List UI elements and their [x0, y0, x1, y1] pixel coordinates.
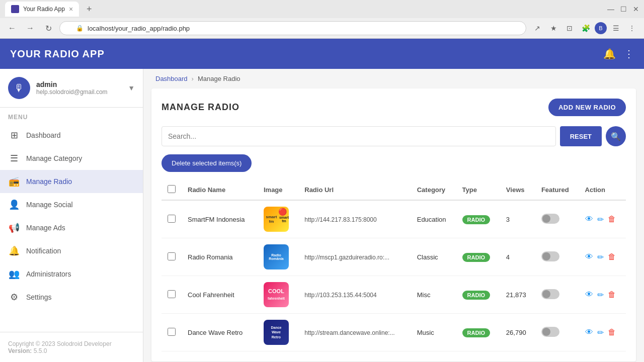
table-row: Dance Wave Retro DanceWaveRetro http://s… — [162, 314, 626, 351]
radio-featured-cell — [535, 314, 579, 351]
radio-action-cell: 👁 ✏ 🗑 — [579, 200, 626, 238]
app-menu-button[interactable]: ⋮ — [624, 48, 634, 60]
header-action: Action — [579, 180, 626, 200]
profile-button[interactable]: B — [595, 22, 607, 34]
radio-category: Misc — [417, 291, 431, 299]
new-tab-button[interactable]: + — [82, 2, 96, 16]
radio-url-cell: http://mscp1.gazduireradio.ro:... — [298, 238, 411, 276]
screensaver-button[interactable]: ⊡ — [562, 21, 577, 35]
forward-button[interactable]: → — [23, 21, 37, 35]
type-badge: RADIO — [462, 328, 490, 337]
edit-button[interactable]: ✏ — [597, 252, 604, 262]
featured-toggle[interactable] — [541, 289, 559, 299]
featured-toggle[interactable] — [541, 327, 559, 337]
view-button[interactable]: 👁 — [585, 328, 593, 337]
sidebar-item-label: Manage Social — [26, 201, 73, 209]
window-restore[interactable]: ☐ — [620, 5, 627, 13]
radio-icon: 📻 — [8, 176, 20, 187]
sidebar-item-administrators[interactable]: 👥 Administrators — [0, 262, 143, 286]
browser-chrome: Your Radio App × + — ☐ ✕ ← → ↻ 🔒 localho… — [0, 0, 644, 39]
select-all-checkbox[interactable] — [168, 185, 176, 193]
reset-button[interactable]: RESET — [560, 126, 602, 146]
radio-image: DanceWaveRetro — [264, 320, 289, 345]
delete-button[interactable]: 🗑 — [608, 252, 616, 261]
row-checkbox[interactable] — [168, 290, 176, 298]
radio-name-cell: Cool Fahrenheit — [182, 276, 258, 314]
featured-toggle[interactable] — [541, 251, 559, 261]
radio-table: Radio Name Image Radio Url Category Type… — [162, 180, 626, 351]
header-views: Views — [500, 180, 535, 200]
table-body: SmartFM Indonesia smartfm 🔴 http://144.2… — [162, 200, 626, 351]
view-button[interactable]: 👁 — [585, 215, 593, 224]
delete-selected-button[interactable]: Delete selected items(s) — [162, 154, 252, 172]
user-avatar: 🎙 — [8, 77, 30, 99]
delete-button[interactable]: 🗑 — [608, 215, 616, 224]
featured-toggle[interactable] — [541, 214, 559, 224]
radio-featured-cell — [535, 276, 579, 314]
sidebar-user[interactable]: 🎙 admin help.solodroid@gmail.com ▼ — [0, 69, 143, 108]
manage-panel: MANAGE RADIO ADD NEW RADIO RESET 🔍 Delet… — [151, 88, 636, 361]
delete-button[interactable]: 🗑 — [608, 328, 616, 337]
tab-title: Your Radio App — [23, 6, 65, 13]
header-featured: Featured — [535, 180, 579, 200]
sync-button[interactable]: ☰ — [609, 21, 623, 35]
breadcrumb-current: Manage Radio — [198, 75, 240, 82]
row-checkbox[interactable] — [168, 252, 176, 260]
sidebar-item-settings[interactable]: ⚙ Settings — [0, 286, 143, 309]
sidebar-item-label: Manage Ads — [26, 224, 65, 232]
search-icon: 🔍 — [611, 132, 621, 141]
radio-image: smartfm 🔴 — [264, 207, 289, 232]
window-minimize[interactable]: — — [607, 5, 614, 13]
sidebar-item-radio[interactable]: 📻 Manage Radio — [0, 170, 143, 193]
radio-views-cell: 21,873 — [500, 276, 535, 314]
radio-featured-cell — [535, 238, 579, 276]
sidebar-item-ads[interactable]: 📢 Manage Ads — [0, 216, 143, 239]
search-input[interactable] — [162, 126, 556, 146]
radio-image: RadioRomânia — [264, 244, 289, 269]
breadcrumb-home[interactable]: Dashboard — [155, 75, 188, 82]
view-button[interactable]: 👁 — [585, 252, 593, 261]
sidebar-item-dashboard[interactable]: ⊞ Dashboard — [0, 124, 143, 147]
reload-button[interactable]: ↻ — [41, 21, 55, 35]
delete-button[interactable]: 🗑 — [608, 290, 616, 299]
row-checkbox[interactable] — [168, 215, 176, 223]
user-dropdown-icon[interactable]: ▼ — [128, 84, 135, 92]
add-new-radio-button[interactable]: ADD NEW RADIO — [548, 99, 626, 116]
settings-icon: ⚙ — [8, 292, 20, 303]
mic-icon: 🎙 — [14, 82, 24, 94]
chrome-menu-button[interactable]: ⋮ — [625, 21, 639, 35]
header-checkbox — [162, 180, 182, 200]
main-content: Dashboard › Manage Radio MANAGE RADIO AD… — [143, 69, 644, 362]
edit-button[interactable]: ✏ — [597, 328, 604, 337]
sidebar-item-category[interactable]: ☰ Manage Category — [0, 147, 143, 170]
share-button[interactable]: ↗ — [530, 21, 544, 35]
extensions-button[interactable]: 🧩 — [579, 21, 593, 35]
radio-name-cell: Radio Romania — [182, 238, 258, 276]
user-name: admin — [36, 80, 122, 88]
app-title: YOUR RADIO APP — [10, 48, 105, 60]
radio-views: 3 — [506, 216, 510, 223]
radio-name: SmartFM Indonesia — [188, 216, 245, 223]
browser-tab[interactable]: Your Radio App × — [5, 2, 79, 17]
view-button[interactable]: 👁 — [585, 290, 593, 299]
back-button[interactable]: ← — [5, 21, 19, 35]
notification-button[interactable]: 🔔 — [603, 48, 616, 60]
sidebar-item-notification[interactable]: 🔔 Notification — [0, 239, 143, 262]
manage-title: MANAGE RADIO — [162, 102, 239, 113]
sidebar-item-social[interactable]: 👤 Manage Social — [0, 193, 143, 216]
administrators-icon: 👥 — [8, 268, 20, 280]
search-row: RESET 🔍 — [162, 126, 626, 146]
edit-button[interactable]: ✏ — [597, 215, 604, 224]
tab-close-button[interactable]: × — [69, 5, 73, 13]
edit-button[interactable]: ✏ — [597, 290, 604, 300]
row-checkbox[interactable] — [168, 328, 176, 336]
radio-category-cell: Education — [411, 200, 456, 238]
sidebar-item-label: Manage Category — [26, 154, 82, 162]
window-close[interactable]: ✕ — [633, 5, 639, 13]
search-button[interactable]: 🔍 — [606, 126, 626, 146]
bookmark-button[interactable]: ★ — [546, 21, 560, 35]
radio-image: COOLfahrenheit — [264, 282, 289, 307]
address-bar[interactable]: 🔒 localhost/your_radio_app/radio.php — [59, 21, 526, 35]
app-body: 🎙 admin help.solodroid@gmail.com ▼ MENU … — [0, 69, 644, 362]
user-email: help.solodroid@gmail.com — [36, 88, 122, 96]
